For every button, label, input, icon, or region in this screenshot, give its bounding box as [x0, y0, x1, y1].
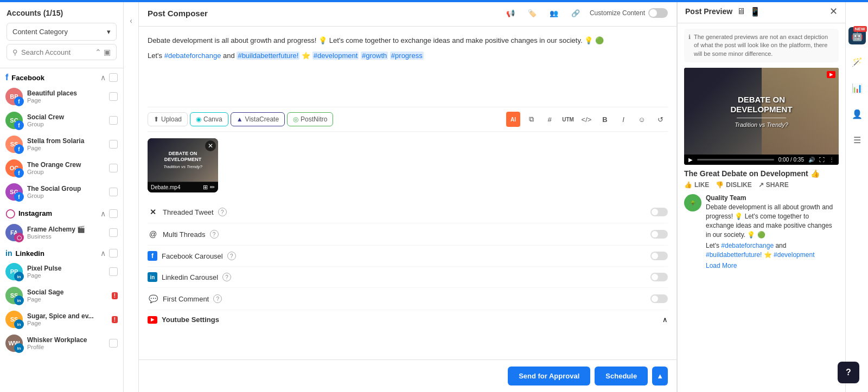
instagram-select-all-checkbox[interactable] — [109, 209, 118, 218]
content-category-dropdown[interactable]: Content Category ▾ — [7, 23, 117, 41]
bold-button[interactable]: B — [597, 112, 612, 127]
linkedin-header-right: ∧ — [100, 249, 118, 258]
hashtag-growth: #growth — [361, 52, 388, 60]
postnitro-icon: ◎ — [293, 115, 298, 123]
fb-platform-badge: f — [14, 97, 24, 106]
social-crew-checkbox[interactable] — [109, 116, 118, 125]
tag-icon[interactable]: 🏷️ — [525, 5, 540, 21]
collapse-search-button[interactable]: ⌃ — [95, 48, 101, 56]
multi-threads-help-icon[interactable]: ? — [210, 230, 219, 239]
comment-icon: 💬 — [148, 293, 158, 304]
schedule-dropdown-button[interactable]: ▲ — [652, 367, 668, 385]
account-item-orange-crew[interactable]: OC f The Orange Crew Group — [0, 156, 123, 180]
account-name-stella: Stella from Solaria — [27, 137, 105, 145]
whisker-workplace-checkbox[interactable] — [109, 339, 118, 348]
account-name-whisker-workplace: Whisker Workplace — [27, 336, 105, 344]
preview-close-button[interactable]: ✕ — [829, 5, 838, 17]
utm-button[interactable]: UTM — [560, 112, 576, 127]
multi-threads-toggle[interactable] — [650, 230, 668, 239]
hashtag-button[interactable]: # — [542, 112, 557, 127]
load-more-link[interactable]: Load More — [706, 262, 839, 269]
video-progress-bar[interactable] — [697, 159, 774, 160]
emoji-button[interactable]: ☺ — [634, 112, 649, 127]
preview-mobile-icon[interactable]: 📱 — [750, 7, 761, 17]
account-item-pixel-pulse[interactable]: PP in Pixel Pulse Page — [0, 260, 123, 284]
postnitro-button[interactable]: ◎ PostNitro — [287, 112, 333, 126]
share-action[interactable]: ↗ SHARE — [758, 181, 789, 189]
account-item-beautiful-places[interactable]: BP f Beautiful places Page — [0, 85, 123, 108]
account-item-whisker-workplace[interactable]: WW in Whisker Workplace Profile — [0, 331, 123, 355]
threaded-tweet-knob — [652, 209, 658, 215]
fb-platform-badge: f — [14, 120, 24, 130]
youtube-header[interactable]: ▶ Youtube Settings ∧ — [148, 316, 668, 324]
ai-button[interactable]: AI — [506, 112, 520, 127]
post-text-area[interactable]: Debate development is all about growth a… — [148, 35, 668, 100]
account-item-stella[interactable]: SS f Stella from Solaria Page — [0, 132, 123, 156]
social-group-checkbox[interactable] — [109, 188, 118, 196]
linkedin-carousel-toggle[interactable] — [650, 273, 668, 281]
volume-icon[interactable]: 🔊 — [808, 157, 815, 163]
upload-button[interactable]: ⬆ Upload — [148, 112, 188, 126]
code-button[interactable]: </> — [579, 112, 594, 127]
select-all-button[interactable]: ▣ — [104, 48, 111, 56]
facebook-carousel-toggle[interactable] — [650, 252, 668, 260]
account-item-frame-alchemy[interactable]: FA ◯ Frame Alchemy 🎬 Business — [0, 221, 123, 245]
send-approval-button[interactable]: Send for Approval — [508, 367, 590, 385]
canva-button[interactable]: ◉ Canva — [190, 112, 228, 126]
frame-alchemy-checkbox[interactable] — [109, 228, 118, 237]
search-account-input[interactable] — [21, 48, 92, 56]
account-item-social-sage[interactable]: SS in Social Sage Page ! — [0, 284, 123, 307]
media-close-button[interactable]: ✕ — [205, 140, 216, 151]
threaded-tweet-help-icon[interactable]: ? — [218, 208, 227, 216]
account-item-social-crew[interactable]: SC f Social Crew Group — [0, 108, 123, 132]
linkedin-carousel-text: Linkedin Carousel — [162, 273, 218, 281]
customize-toggle-switch[interactable] — [648, 8, 668, 18]
link-icon[interactable]: 🔗 — [568, 5, 583, 21]
first-comment-help-icon[interactable]: ? — [213, 294, 222, 303]
facebook-carousel-help-icon[interactable]: ? — [227, 252, 236, 260]
pixel-pulse-checkbox[interactable] — [109, 267, 118, 276]
more-icon[interactable]: ⋮ — [829, 157, 834, 163]
megaphone-icon[interactable]: 📢 — [503, 5, 518, 21]
fullscreen-icon[interactable]: ⛶ — [819, 157, 825, 163]
facebook-select-all-checkbox[interactable] — [109, 73, 118, 82]
person-icon[interactable]: 👤 — [848, 105, 866, 123]
preview-post-actions: 👍 LIKE 👎 DISLIKE ↗ SHARE — [684, 181, 839, 189]
sidebar-collapse-button[interactable]: ‹ — [130, 16, 132, 25]
like-action[interactable]: 👍 LIKE — [684, 181, 709, 189]
account-info-social-sage: Social Sage Page — [27, 288, 107, 303]
help-button[interactable]: ? — [838, 362, 859, 383]
undo-button[interactable]: ↺ — [653, 112, 668, 127]
italic-button[interactable]: I — [616, 112, 631, 127]
orange-crew-checkbox[interactable] — [109, 164, 118, 172]
magic-icon[interactable]: 🪄 — [848, 53, 866, 70]
copy-button[interactable]: ⧉ — [524, 112, 539, 127]
post-preview-panel: Post Preview 🖥 📱 ✕ ℹ The generated previ… — [677, 0, 845, 392]
chart-icon[interactable]: 📊 — [848, 79, 866, 97]
threaded-tweet-toggle[interactable] — [650, 208, 668, 216]
dislike-action[interactable]: 👎 DISLIKE — [716, 181, 751, 189]
beautiful-places-checkbox[interactable] — [109, 92, 118, 101]
stella-checkbox[interactable] — [109, 140, 118, 149]
media-edit-icon[interactable]: ⊞ — [203, 184, 208, 191]
users-icon[interactable]: 👥 — [546, 5, 561, 21]
facebook-collapse-button[interactable]: ∧ — [100, 73, 106, 82]
youtube-label: ▶ Youtube Settings — [148, 316, 219, 324]
facebook-section: f Facebook ∧ BP f Beautiful places Page — [0, 68, 123, 204]
list-icon[interactable]: ☰ — [848, 131, 866, 149]
first-comment-toggle[interactable] — [650, 294, 668, 303]
account-item-sugar-spice[interactable]: SS in Sugar, Spice and ev... Page ! — [0, 307, 123, 331]
play-icon[interactable]: ▶ — [688, 157, 693, 163]
vistacreate-button[interactable]: ▲ VistaCreate — [231, 112, 285, 126]
linkedin-carousel-help-icon[interactable]: ? — [222, 273, 231, 281]
robot-icon[interactable]: NEW 🤖 — [848, 27, 866, 44]
canva-label: Canva — [203, 115, 222, 123]
youtube-badge: ▶ — [827, 71, 835, 78]
media-pencil-icon[interactable]: ✏ — [210, 184, 215, 191]
schedule-button[interactable]: Schedule — [595, 367, 648, 385]
linkedin-select-all-checkbox[interactable] — [109, 249, 118, 258]
preview-desktop-icon[interactable]: 🖥 — [737, 7, 745, 16]
account-item-social-group[interactable]: SG f The Social Group Group — [0, 180, 123, 204]
linkedin-collapse-button[interactable]: ∧ — [100, 249, 106, 258]
instagram-collapse-button[interactable]: ∧ — [100, 209, 106, 218]
